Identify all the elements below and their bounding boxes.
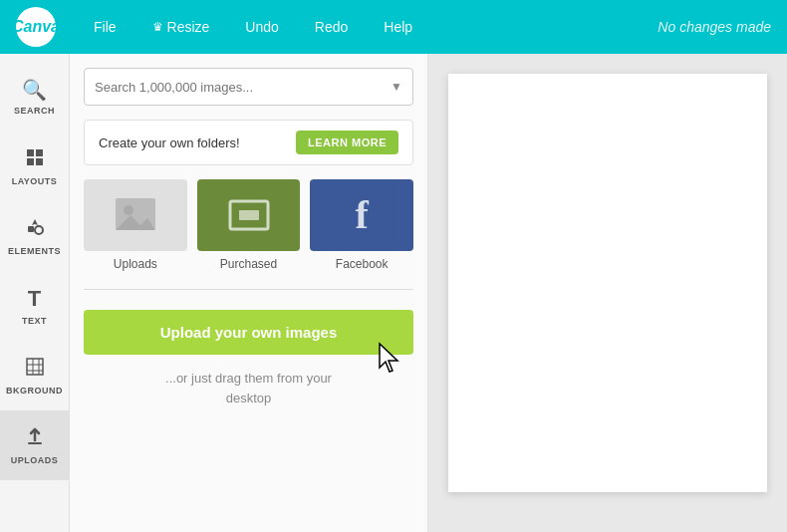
source-item-uploads[interactable]: Uploads: [84, 179, 187, 271]
source-label-purchased: Purchased: [220, 257, 277, 271]
sidebar-item-bkground[interactable]: BKGROUND: [0, 341, 70, 410]
panel: ▼ Create your own folders! LEARN MORE Up…: [70, 54, 428, 532]
sidebar-item-elements[interactable]: ELEMENTS: [0, 201, 70, 271]
svg-rect-17: [239, 210, 259, 220]
resize-icon: ♛: [152, 20, 163, 34]
sidebar-label-uploads: UPLOADS: [11, 455, 59, 465]
sidebar-item-uploads[interactable]: UPLOADS: [0, 410, 70, 480]
source-label-facebook: Facebook: [336, 257, 389, 271]
svg-rect-3: [36, 158, 43, 165]
sidebar: 🔍 SEARCH LAYOUTS ELE: [0, 54, 70, 532]
panel-divider: [84, 289, 413, 290]
sidebar-label-layouts: LAYOUTS: [12, 176, 58, 186]
undo-button[interactable]: Undo: [237, 15, 286, 39]
folder-banner-text: Create your own folders!: [99, 135, 240, 150]
sidebar-label-elements: ELEMENTS: [8, 246, 61, 256]
sidebar-label-bkground: BKGROUND: [6, 386, 63, 396]
sidebar-item-layouts[interactable]: LAYOUTS: [0, 132, 70, 201]
drag-text: ...or just drag them from yourdesktop: [84, 369, 413, 407]
svg-rect-0: [27, 149, 34, 156]
uploads-icon: [25, 426, 45, 451]
file-menu-button[interactable]: File: [86, 15, 125, 39]
source-label-uploads: Uploads: [114, 257, 157, 271]
upload-button[interactable]: Upload your own images: [84, 310, 413, 355]
help-button[interactable]: Help: [376, 15, 420, 39]
svg-rect-2: [27, 158, 34, 165]
svg-rect-1: [36, 149, 43, 156]
sources-grid: Uploads Purchased f Facebook: [84, 179, 413, 271]
sidebar-item-search[interactable]: 🔍 SEARCH: [0, 62, 70, 132]
sidebar-item-text[interactable]: T TEXT: [0, 271, 70, 341]
source-item-purchased[interactable]: Purchased: [197, 179, 301, 271]
logo-text: Canva: [12, 18, 60, 36]
text-icon: T: [28, 286, 41, 312]
svg-point-6: [35, 226, 43, 234]
source-thumb-uploads: [84, 179, 187, 251]
layouts-icon: [25, 147, 45, 172]
svg-rect-5: [28, 226, 34, 232]
purchased-icon: [227, 198, 271, 232]
svg-rect-7: [27, 359, 43, 375]
resize-button[interactable]: ♛ Resize: [144, 15, 218, 39]
logo-circle: Canva: [16, 7, 56, 47]
facebook-icon: f: [356, 195, 369, 235]
navbar: Canva File ♛ Resize Undo Redo Help No ch…: [0, 0, 787, 54]
source-thumb-facebook: f: [310, 179, 413, 251]
upload-area: Upload your own images: [84, 310, 413, 355]
main-container: 🔍 SEARCH LAYOUTS ELE: [0, 54, 787, 532]
redo-button[interactable]: Redo: [307, 15, 356, 39]
search-input[interactable]: [95, 80, 391, 95]
learn-more-button[interactable]: LEARN MORE: [296, 131, 398, 154]
canvas-area[interactable]: [428, 54, 787, 532]
source-item-facebook[interactable]: f Facebook: [310, 179, 413, 271]
elements-icon: [25, 217, 45, 242]
search-bar[interactable]: ▼: [84, 68, 413, 106]
image-placeholder-icon: [111, 190, 160, 240]
canvas-page[interactable]: [448, 74, 767, 492]
logo[interactable]: Canva: [16, 7, 56, 47]
sidebar-label-text: TEXT: [22, 316, 47, 326]
sidebar-label-search: SEARCH: [14, 106, 55, 116]
changes-status: No changes made: [657, 19, 771, 35]
search-icon: 🔍: [22, 78, 47, 102]
source-thumb-purchased: [197, 179, 301, 251]
svg-point-14: [124, 205, 133, 215]
folder-banner: Create your own folders! LEARN MORE: [84, 120, 413, 165]
svg-marker-4: [32, 219, 38, 225]
chevron-down-icon[interactable]: ▼: [391, 80, 402, 94]
bkground-icon: [25, 357, 45, 382]
